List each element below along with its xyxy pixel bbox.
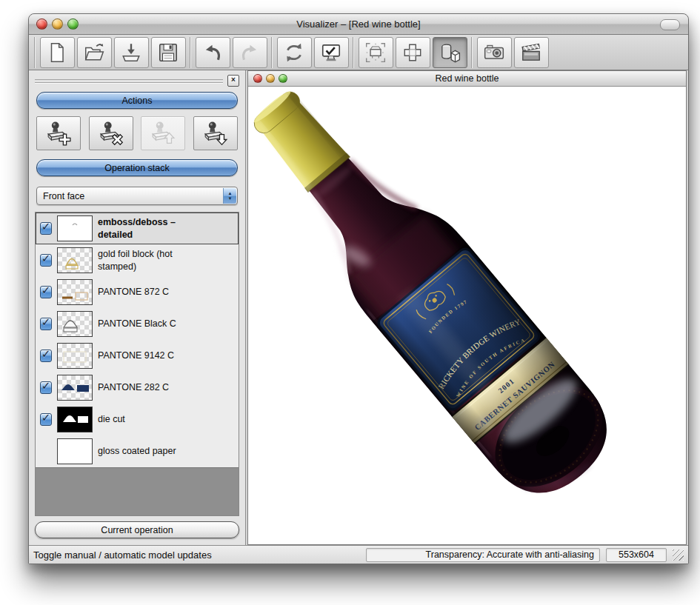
operation-thumbnail (57, 279, 93, 305)
operation-thumbnail (57, 375, 93, 401)
operation-row[interactable]: ✓PANTONE 282 C (36, 372, 239, 404)
toolbar-separator (34, 37, 36, 68)
operation-label: PANTONE 872 C (98, 286, 169, 298)
operation-checkbox[interactable]: ✓ (40, 254, 52, 267)
current-operation-button[interactable]: Current operation (35, 521, 239, 538)
toolbar-separator (190, 37, 191, 68)
open-project-icon (83, 41, 105, 64)
palette-grip[interactable]: × (29, 70, 245, 89)
toolbar (29, 35, 688, 70)
save-button[interactable] (151, 37, 186, 68)
snapshot-camera-icon (483, 41, 505, 64)
main-area: × Actions Operation stack Front face (29, 70, 688, 545)
operation-label: gold foil block (hot stamped) (98, 248, 209, 273)
document-titlebar: Red wine bottle (248, 71, 686, 87)
operation-checkbox[interactable]: ✓ (40, 222, 52, 235)
operation-row[interactable]: ✓PANTONE Black C (36, 308, 239, 340)
status-bar: Toggle manual / automatic model updates … (29, 545, 688, 564)
operation-label: PANTONE 9142 C (98, 350, 174, 361)
operation-thumbnail (57, 215, 93, 241)
save-icon (157, 41, 179, 64)
minimize-window-button[interactable] (52, 19, 63, 30)
check-icon: ✓ (41, 347, 51, 361)
operation-thumbnail (57, 407, 93, 432)
operation-row[interactable]: ✓die cut (36, 404, 239, 435)
operation-checkbox[interactable]: ✓ (40, 350, 52, 362)
face-selector-value: Front face (43, 191, 84, 201)
animation-clapper-button[interactable] (514, 37, 549, 68)
operation-row[interactable]: ✓emboss/deboss – detailed (36, 213, 239, 244)
close-window-button[interactable] (36, 19, 47, 30)
delete-operation-button[interactable] (89, 116, 133, 150)
operation-label: gloss coated paper (98, 445, 176, 457)
operation-checkbox[interactable]: ✓ (40, 381, 52, 394)
import-button[interactable] (114, 37, 149, 68)
status-message: Toggle manual / automatic model updates (33, 549, 212, 561)
stamp-plus-icon (44, 121, 73, 146)
check-icon: ✓ (41, 220, 51, 233)
add-operation-button[interactable] (36, 116, 81, 150)
check-icon: ✓ (41, 315, 51, 329)
operation-row[interactable]: ✓PANTONE 872 C (36, 276, 239, 308)
render-canvas[interactable]: FOUNDED 1797 RICKETY BRIDGE WINERY WINE … (248, 87, 686, 544)
refresh-model-icon (283, 41, 305, 64)
render-check-button[interactable] (314, 37, 349, 68)
view-3d-button[interactable] (433, 37, 467, 68)
face-selector[interactable]: Front face ▲▼ (36, 187, 238, 205)
operation-checkbox[interactable]: ✓ (40, 286, 52, 298)
check-icon: ✓ (41, 379, 51, 392)
check-icon: ✓ (41, 284, 51, 297)
app-window: Visualizer – [Red wine bottle] × Actions (28, 13, 689, 564)
import-icon (120, 41, 142, 64)
animation-clapper-icon (520, 41, 542, 64)
move-operation-up-button[interactable] (141, 116, 185, 150)
toolbar-toggle-lozenge[interactable] (660, 19, 680, 30)
viewport-size: 553x604 (606, 548, 667, 562)
move-operation-down-button[interactable] (193, 116, 238, 150)
operation-label: emboss/deboss – detailed (98, 216, 209, 241)
stepper-arrows-icon[interactable]: ▲▼ (223, 188, 236, 204)
operation-label: PANTONE Black C (98, 318, 176, 330)
undo-button[interactable] (196, 37, 230, 68)
actions-header[interactable]: Actions (36, 92, 238, 109)
close-palette-button[interactable]: × (227, 75, 239, 87)
stamp-up-icon (149, 121, 177, 146)
view-flat-icon (401, 41, 424, 64)
window-titlebar: Visualizer – [Red wine bottle] (29, 14, 688, 35)
undo-icon (201, 41, 224, 64)
doc-minimize-button[interactable] (266, 74, 275, 83)
operation-list-empty-area (36, 467, 239, 515)
new-document-button[interactable] (40, 37, 75, 68)
snapshot-camera-button[interactable] (477, 37, 512, 68)
operation-thumbnail (57, 438, 93, 464)
operation-row[interactable]: ✓gold foil block (hot stamped) (36, 244, 239, 276)
transparency-status: Transparency: Accurate with anti-aliasin… (366, 548, 600, 562)
redo-button[interactable] (233, 37, 267, 68)
resize-grip[interactable] (673, 549, 684, 561)
operation-checkbox[interactable]: ✓ (40, 413, 52, 426)
operation-label: die cut (98, 413, 125, 425)
operation-checkbox[interactable]: ✓ (40, 318, 52, 330)
toolbar-separator (271, 37, 273, 68)
operation-row[interactable]: gloss coated paper (36, 435, 239, 467)
redo-icon (239, 41, 261, 64)
tools-palette: × Actions Operation stack Front face (29, 70, 246, 545)
view-dieline-button[interactable] (359, 37, 393, 68)
operation-row[interactable]: ✓PANTONE 9142 C (36, 340, 239, 372)
grip-lines-icon (35, 79, 223, 83)
wine-bottle-3d-model: FOUNDED 1797 RICKETY BRIDGE WINERY WINE … (248, 87, 641, 527)
actions-buttons (29, 112, 245, 156)
view-dieline-icon (364, 41, 387, 64)
toolbar-separator (353, 37, 354, 68)
operation-thumbnail (57, 343, 93, 369)
toolbar-separator (471, 37, 473, 68)
stamp-cross-icon (97, 121, 125, 146)
doc-close-button[interactable] (253, 74, 262, 83)
view-3d-icon (439, 41, 461, 64)
operation-stack-header[interactable]: Operation stack (36, 159, 238, 176)
operation-thumbnail (57, 311, 93, 337)
refresh-model-button[interactable] (277, 37, 312, 68)
stamp-down-icon (201, 121, 230, 146)
open-project-button[interactable] (77, 37, 112, 68)
view-flat-button[interactable] (396, 37, 430, 68)
